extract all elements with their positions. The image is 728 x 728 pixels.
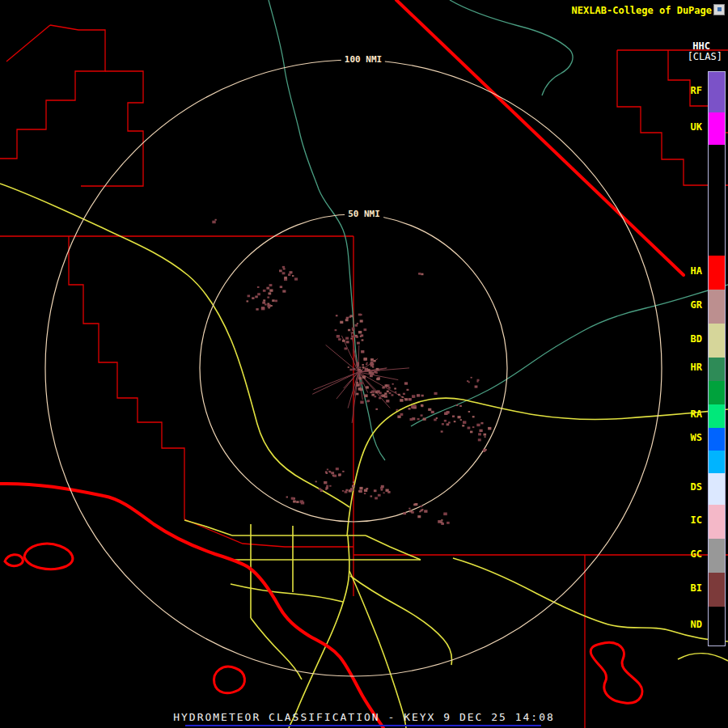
legend-label-GC: GC <box>691 548 702 560</box>
bottom-divider <box>185 725 541 726</box>
legend-label-HA: HA <box>691 265 702 277</box>
legend-label-HR: HR <box>691 362 702 373</box>
colorbar-segment <box>709 404 725 428</box>
range-label-100nmi: 100 NMI <box>341 54 385 65</box>
colorbar-segment <box>709 451 725 473</box>
legend-label-DS: DS <box>691 481 702 493</box>
radar-echoes <box>212 219 491 525</box>
colorbar-segment <box>709 573 725 607</box>
rivers <box>269 0 728 460</box>
legend-label-BD: BD <box>691 333 702 345</box>
colorbar-segment <box>709 607 725 645</box>
colorbar-segment <box>709 539 725 573</box>
colorbar-segment <box>709 324 725 358</box>
legend-heading: HHC <box>692 40 710 52</box>
colorbar-segment <box>709 256 725 290</box>
colorbar-segment <box>709 473 725 505</box>
legend-subheading: [CLAS] <box>688 51 722 62</box>
legend-label-RF: RF <box>691 85 702 96</box>
product-title: HYDROMETEOR CLASSIFICATION - KEYX 9 DEC … <box>0 711 728 723</box>
legend-label-IC: IC <box>691 514 702 526</box>
legend-label-BI: BI <box>691 582 702 594</box>
colorbar-segment <box>709 112 725 145</box>
legend-label-RA: RA <box>691 408 702 420</box>
colorbar-segment <box>709 505 725 539</box>
radar-display: 100 NMI 50 NMI NEXLAB-College of DuPage … <box>0 0 728 728</box>
colorbar-segment <box>709 381 725 404</box>
lake-outlines <box>5 544 642 703</box>
colorbar-segment <box>709 358 725 381</box>
colorbar-segment <box>709 290 725 324</box>
legend-label-UK: UK <box>691 121 702 133</box>
legend-label-WS: WS <box>691 432 702 443</box>
range-label-50nmi: 50 NMI <box>345 209 383 219</box>
nexlab-logo-icon <box>713 4 725 15</box>
radar-map-svg <box>0 0 728 728</box>
legend-label-GR: GR <box>691 299 702 311</box>
interstate-highways <box>0 0 684 728</box>
colorbar-segment <box>709 145 725 256</box>
colorbar-segment <box>709 428 725 451</box>
colorbar-segment <box>709 72 725 112</box>
legend-label-ND: ND <box>691 619 702 630</box>
classification-colorbar <box>708 71 726 646</box>
attribution-text: NEXLAB-College of DuPage <box>572 5 712 16</box>
